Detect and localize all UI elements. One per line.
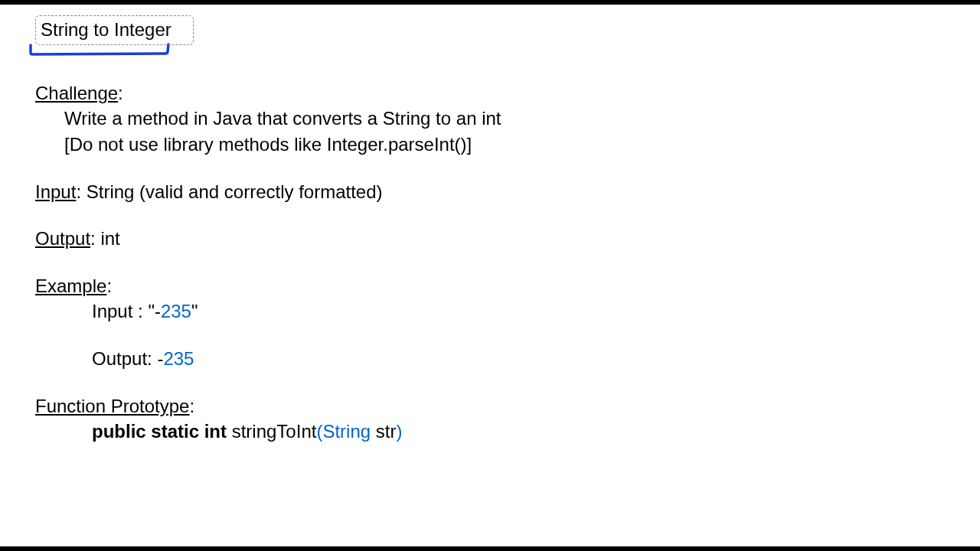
example-input: Input : "-235" (92, 298, 945, 324)
prototype-section: Function Prototype: public static int st… (35, 393, 945, 445)
challenge-line1: Write a method in Java that converts a S… (64, 106, 945, 132)
title-box: String to Integer (35, 15, 194, 45)
input-line: Input: String (valid and correctly forma… (35, 179, 945, 205)
output-line: Output: int (35, 226, 945, 252)
challenge-line2: [Do not use library methods like Integer… (64, 132, 945, 158)
challenge-heading: Challenge: (35, 80, 945, 106)
example-heading: Example: (35, 273, 945, 299)
title-text: String to Integer (41, 19, 172, 40)
letterbox-bottom (0, 546, 980, 551)
example-section: Example: Input : "-235" Output: -235 (35, 273, 945, 372)
example-output: Output: -235 (92, 346, 945, 372)
challenge-section: Challenge: Write a method in Java that c… (35, 80, 945, 158)
input-section: Input: String (valid and correctly forma… (35, 179, 945, 205)
prototype-code: public static int stringToInt(String str… (92, 419, 945, 445)
document-page: String to Integer Challenge: Write a met… (0, 5, 980, 445)
prototype-heading: Function Prototype: (35, 393, 945, 419)
output-section: Output: int (35, 226, 945, 252)
